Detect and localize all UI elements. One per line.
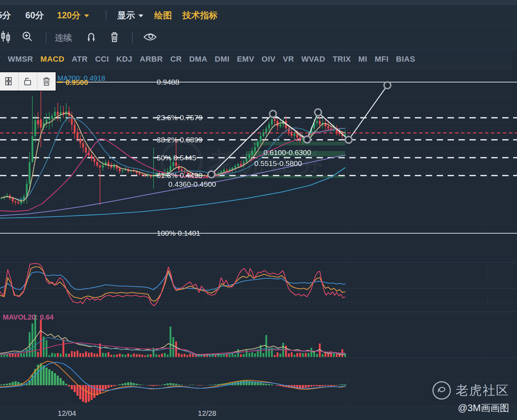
tab-vr[interactable]: VR (283, 55, 294, 64)
toolbar-separator (132, 32, 133, 43)
tab-macd[interactable]: MACD (41, 55, 64, 64)
zoom-in-icon[interactable] (22, 31, 34, 44)
tab-kdj[interactable]: KDJ (116, 55, 132, 64)
tab-dmi[interactable]: DMI (215, 55, 230, 64)
trading-app-screen: 显示 绘图 技术指标 5分60分120分 连续 (0, 0, 517, 420)
x-axis-label: 12/28 (198, 409, 217, 418)
tab-arbr[interactable]: ARBR (140, 55, 163, 64)
tab-trix[interactable]: TRIX (332, 55, 351, 64)
continuous-toggle[interactable]: 连续 (55, 26, 72, 49)
candlestick-chart-icon[interactable] (1, 30, 12, 45)
alert-line-handle[interactable] (57, 81, 63, 83)
chart-tools-toolbar: 连续 (0, 26, 517, 50)
tab-v[interactable]: V (0, 55, 0, 64)
indicator-tabbar: VWMSRMACDATRCCIKDJARBRCRDMADMIEMVOIVVRWV… (0, 50, 512, 69)
tab-mi[interactable]: MI (359, 55, 367, 64)
credit-label: @3M画画图 (458, 402, 509, 414)
display-menu-button[interactable]: 显示 (117, 5, 143, 26)
tab-oiv[interactable]: OIV (262, 55, 275, 64)
tab-cr[interactable]: CR (170, 55, 182, 64)
draw-button[interactable]: 绘图 (154, 5, 172, 26)
delete-drawing-button[interactable] (37, 72, 56, 91)
tiger-logo-icon (432, 381, 451, 400)
brand-badge: 老虎社区 (432, 381, 509, 400)
magnet-icon[interactable] (86, 31, 96, 44)
tab-dma[interactable]: DMA (189, 55, 207, 64)
tab-atr[interactable]: ATR (72, 55, 88, 64)
interval-option-120分[interactable]: 120分 (57, 5, 89, 26)
brand-name: 老虎社区 (456, 382, 509, 399)
grid-settings-button[interactable] (0, 72, 18, 91)
toolbar-separator (46, 32, 46, 43)
tab-wvad[interactable]: WVAD (301, 55, 325, 64)
tab-wmsr[interactable]: WMSR (8, 55, 33, 64)
tab-cci[interactable]: CCI (95, 55, 109, 64)
tab-mfi[interactable]: MFI (375, 55, 388, 64)
tab-bias[interactable]: BIAS (396, 55, 415, 64)
window-top-strip (0, 0, 517, 5)
chart-canvas[interactable]: 老虎证券 (0, 69, 517, 406)
indicators-button[interactable]: 技术指标 (182, 5, 218, 26)
trash-icon[interactable] (109, 31, 120, 44)
chevron-down-icon (138, 14, 143, 17)
x-axis-label: 12/04 (58, 409, 76, 418)
interval-toolbar: 显示 绘图 技术指标 5分60分120分 (0, 5, 517, 26)
eye-icon[interactable] (143, 32, 157, 43)
interval-option-5分[interactable]: 5分 (0, 5, 11, 26)
unlock-icon[interactable] (18, 72, 37, 91)
chevron-down-icon (84, 14, 89, 17)
tab-emv[interactable]: EMV (237, 55, 254, 64)
drawing-mini-toolbar (0, 72, 56, 91)
toolbar-separator (106, 10, 106, 20)
time-axis[interactable]: 12/04 12/28 (0, 406, 517, 420)
interval-option-60分[interactable]: 60分 (25, 5, 44, 26)
